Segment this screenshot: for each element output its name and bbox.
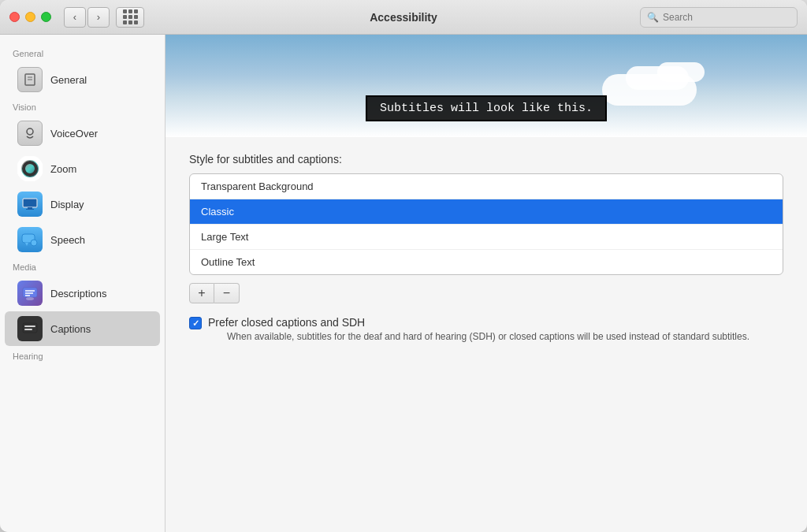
grid-button[interactable] [116,7,144,28]
svg-rect-20 [24,329,32,330]
main-content: General General Vision [0,35,807,532]
sidebar-group-general: General [0,44,165,61]
zoom-label: Zoom [50,163,76,175]
listbox-item-outline-text[interactable]: Outline Text [190,250,783,274]
speech-label: Speech [50,234,85,246]
sidebar-group-media: Media [0,258,165,275]
svg-marker-11 [25,243,28,246]
descriptions-icon [17,281,43,306]
style-listbox: Transparent Background Classic Large Tex… [189,173,783,275]
checkbox-content: Prefer closed captions and SDH When avai… [208,316,749,344]
svg-rect-6 [23,199,37,207]
listbox-item-transparent[interactable]: Transparent Background [190,174,783,199]
nav-buttons: ‹ › [64,7,110,28]
listbox-item-classic[interactable]: Classic [190,199,783,225]
sidebar-item-general[interactable]: General [5,62,160,97]
svg-point-3 [27,128,33,135]
titlebar-right: 🔍 [640,7,798,28]
add-style-button[interactable]: + [189,283,214,303]
right-panel: Subtitles will look like this. Style for… [165,35,807,532]
checkbox-label: Prefer closed captions and SDH [208,316,749,329]
svg-point-5 [24,162,36,175]
svg-rect-9 [26,209,34,210]
sidebar-item-display[interactable]: Display [5,187,160,221]
sidebar-item-voiceover[interactable]: VoiceOver [5,116,160,151]
voiceover-icon [17,121,43,146]
sidebar-item-descriptions[interactable]: Descriptions [5,276,160,311]
svg-point-12 [31,240,37,246]
descriptions-label: Descriptions [50,288,107,299]
sidebar-item-speech[interactable]: Speech [5,222,160,257]
subtitle-preview: Subtitles will look like this. [366,95,607,121]
remove-style-button[interactable]: − [214,283,240,303]
checkbox-checkmark: ✓ [192,318,199,329]
search-bar[interactable]: 🔍 [640,7,798,28]
back-button[interactable]: ‹ [64,7,86,28]
prefer-captions-checkbox[interactable]: ✓ [189,317,202,329]
grid-icon [123,9,138,24]
traffic-lights [9,12,51,22]
search-input[interactable] [663,12,790,23]
window: ‹ › Accessibility 🔍 General [0,0,807,532]
sidebar-group-hearing: Hearing [0,347,165,364]
window-title: Accessibility [370,11,437,24]
style-label: Style for subtitles and captions: [189,153,783,166]
general-icon [17,67,43,92]
titlebar: ‹ › Accessibility 🔍 [0,0,807,35]
sidebar-item-zoom[interactable]: Zoom [5,151,160,186]
sidebar: General General Vision [0,35,165,532]
close-button[interactable] [9,12,20,22]
listbox-item-large-text[interactable]: Large Text [190,225,783,250]
minimize-button[interactable] [25,12,35,22]
listbox-buttons: + − [189,283,783,303]
speech-icon [17,227,43,252]
sidebar-group-vision: Vision [0,98,165,115]
forward-button[interactable]: › [87,7,110,28]
cloud-3 [657,62,705,82]
display-icon [17,192,43,217]
zoom-icon [17,156,43,181]
captions-icon [17,316,43,341]
titlebar-left: ‹ › [9,7,144,28]
preview-area: Subtitles will look like this. [165,35,807,137]
checkbox-description: When available, subtitles for the deaf a… [227,330,749,344]
search-icon: 🔍 [647,12,659,23]
preview-clouds [602,58,760,113]
display-label: Display [50,199,84,210]
svg-rect-19 [24,326,35,327]
general-label: General [50,74,87,86]
captions-label: Captions [50,323,91,335]
checkbox-row: ✓ Prefer closed captions and SDH When av… [189,316,783,344]
settings-area: Style for subtitles and captions: Transp… [165,137,807,366]
svg-rect-18 [23,323,37,333]
voiceover-label: VoiceOver [50,128,98,140]
maximize-button[interactable] [41,12,51,22]
svg-point-17 [26,297,34,300]
sidebar-item-captions[interactable]: Captions [5,311,160,346]
svg-rect-8 [28,207,32,209]
